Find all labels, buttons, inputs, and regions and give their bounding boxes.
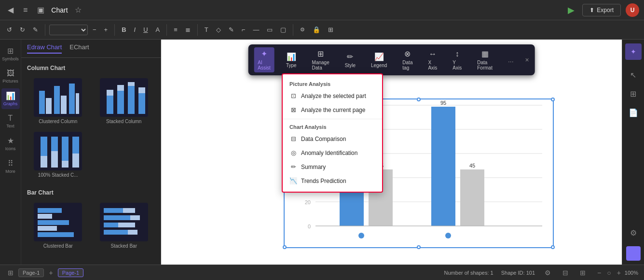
zoom-reset-button[interactable]: ○ [605, 268, 613, 278]
analyze-selected-item[interactable]: ⊡ Analyze the selected part [283, 89, 382, 103]
stacked-column-item[interactable]: Stacked Column [91, 74, 157, 128]
chart-toolbar-more[interactable]: × [525, 56, 529, 64]
svg-rect-4 [69, 84, 75, 114]
picture-analysis-title: Picture Analysis [283, 78, 382, 89]
zoom-out-button[interactable]: − [595, 268, 603, 278]
icons-label: Icons [5, 146, 16, 151]
group-button[interactable]: ⊞ [325, 25, 336, 35]
text-rail-button[interactable]: T Text [1, 111, 20, 131]
shape-button[interactable]: ◇ [213, 25, 224, 35]
back-button[interactable]: ◀ [5, 3, 16, 16]
play-button[interactable]: ▶ [565, 3, 577, 17]
ai-assist-icon: ✦ [261, 49, 267, 58]
doc-icon-button[interactable]: ▣ [34, 3, 47, 16]
statusbar-layout-button[interactable]: ⊞ [6, 268, 15, 278]
avatar[interactable]: U [626, 3, 639, 17]
star-button[interactable]: ☆ [72, 3, 84, 16]
style-button[interactable]: ✏ Style [341, 50, 359, 70]
anomaly-identification-item[interactable]: ◎ Anomaly Identification [283, 146, 382, 160]
connector-button[interactable]: — [250, 25, 262, 35]
increase-font-button[interactable]: + [101, 25, 111, 35]
page-1-badge[interactable]: Page-1 [18, 268, 44, 277]
handle-bottom-right [551, 245, 555, 249]
lock-button[interactable]: 🔒 [310, 25, 323, 35]
ai-assist-button[interactable]: ✦ AI Assist [254, 47, 274, 72]
graphs-rail-button[interactable]: 📊 Graphs [1, 88, 20, 109]
zoom-in-button[interactable]: + [615, 268, 623, 278]
svg-rect-16 [51, 137, 58, 151]
right-panel-cursor-button[interactable]: ↖ [627, 68, 639, 83]
data-format-button[interactable]: ▦ Data Format [473, 47, 496, 72]
right-panel-doc-button[interactable]: 📄 [626, 105, 641, 120]
redo-button[interactable]: ↻ [17, 25, 28, 35]
more-rail-button[interactable]: ⠿ More [1, 156, 20, 177]
decrease-font-button[interactable]: − [90, 25, 99, 35]
active-page-badge[interactable]: Page-1 [58, 268, 83, 277]
clustered-column-label: Clustered Column [39, 119, 77, 124]
trends-prediction-item[interactable]: 📉 Trends Prediction [283, 174, 382, 188]
manage-data-button[interactable]: ⊞ Manage Data [308, 47, 333, 72]
anomaly-icon: ◎ [289, 149, 297, 156]
underline-button[interactable]: U [140, 25, 151, 35]
symbols-rail-button[interactable]: ⊞ Symbols [1, 43, 20, 64]
more-tb-button[interactable]: ⚙ [297, 25, 308, 34]
border-fill-button[interactable]: ▢ [277, 25, 289, 35]
chart-analysis-title: Chart Analysis [283, 121, 382, 132]
sidebar-tab-edraw[interactable]: Edraw Chart [27, 43, 62, 54]
border-button[interactable]: ▭ [264, 25, 275, 35]
shapes-info: Number of shapes: 1 [444, 270, 493, 276]
text-button[interactable]: T [202, 25, 211, 35]
y-axis-button[interactable]: ↕ Y Axis [449, 48, 466, 72]
x-axis-button[interactable]: ↔ X Axis [424, 48, 441, 72]
export-button[interactable]: ⬆ Export [582, 4, 621, 16]
italic-button[interactable]: I [131, 25, 139, 35]
symbols-icon: ⊞ [7, 46, 14, 56]
status-snap-button[interactable]: ⚙ [543, 268, 553, 278]
graphs-icon: 📊 [6, 91, 15, 100]
100-stacked-column-item[interactable]: 100% Stacked C... [25, 128, 91, 182]
svg-rect-12 [138, 93, 145, 114]
undo-button[interactable]: ↺ [4, 25, 15, 35]
pictures-icon: 🖼 [7, 69, 14, 78]
separator-4 [197, 24, 198, 36]
pictures-rail-button[interactable]: 🖼 Pictures [1, 66, 20, 86]
ai-assist-label: AI Assist [258, 60, 271, 70]
bold-button[interactable]: B [119, 25, 129, 35]
type-button[interactable]: 📊 Type [282, 50, 301, 70]
more-label: More [5, 169, 15, 174]
format-painter-button[interactable]: ✎ [30, 25, 41, 35]
analyze-current-label: Analyze the current page [301, 107, 365, 113]
analyze-current-item[interactable]: ⊠ Analyze the current page [283, 103, 382, 117]
font-color-button[interactable]: A [153, 25, 163, 35]
data-comparison-item[interactable]: ⊟ Data Comparison [283, 132, 382, 146]
status-split-button[interactable]: ⊟ [561, 268, 570, 278]
ai-floating-button[interactable]: ✦ [625, 43, 642, 60]
clustered-column-svg [37, 81, 79, 114]
clustered-column-thumbnail [34, 78, 82, 117]
chart-toolbar-close[interactable]: ... [508, 56, 514, 64]
line-button[interactable]: ⌐ [239, 25, 248, 35]
right-panel-settings-button[interactable]: ⚙ [627, 225, 640, 240]
stacked-bar-item[interactable]: Stacked Bar [91, 199, 157, 252]
sidebar-tab-echart[interactable]: EChart [69, 43, 89, 54]
font-dropdown[interactable] [49, 25, 88, 35]
clustered-bar-item[interactable]: Clustered Bar [25, 199, 91, 252]
pictures-label: Pictures [2, 79, 18, 84]
menu-button[interactable]: ≡ [20, 4, 30, 16]
clustered-column-item[interactable]: Clustered Column [25, 74, 91, 128]
data-format-icon: ▦ [481, 49, 489, 58]
icons-rail-button[interactable]: ★ Icons [1, 133, 20, 154]
align-button[interactable]: ≣ [182, 25, 193, 35]
canvas-area[interactable]: ✦ AI Assist 📊 Type ⊞ Manage Data ✏ Style… [161, 40, 622, 265]
icons-icon: ★ [7, 136, 14, 145]
stacked-column-svg [103, 81, 145, 114]
legend-button[interactable]: 📈 Legend [367, 50, 391, 70]
svg-rect-24 [38, 220, 69, 225]
add-page-button[interactable]: + [47, 268, 55, 278]
status-fit-button[interactable]: ⊞ [578, 268, 588, 278]
right-panel-grid-button[interactable]: ⊞ [627, 86, 639, 101]
align-left-button[interactable]: ≡ [171, 25, 180, 35]
pen-button[interactable]: ✎ [226, 25, 237, 35]
data-tag-button[interactable]: ⊗ Data tag [398, 47, 416, 72]
summary-item[interactable]: ✏ Summary [283, 160, 382, 174]
